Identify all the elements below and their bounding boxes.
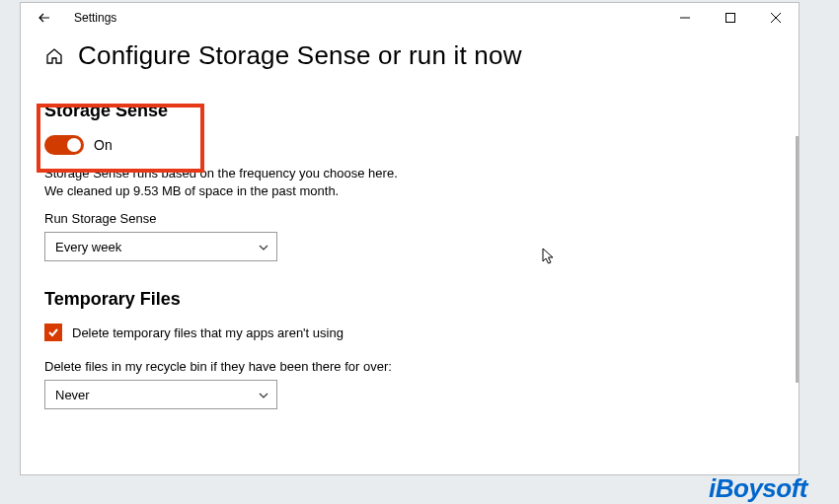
scrollbar[interactable]	[796, 136, 799, 383]
recycle-bin-select[interactable]: Never	[44, 380, 277, 409]
delete-temp-files-row: Delete temporary files that my apps aren…	[44, 324, 773, 341]
delete-temp-files-label: Delete temporary files that my apps aren…	[72, 325, 343, 340]
settings-window: Settings Configure Storage Sense or run …	[20, 2, 800, 475]
titlebar: Settings	[21, 3, 799, 33]
storage-sense-heading: Storage Sense	[44, 101, 773, 121]
chevron-down-icon	[259, 241, 268, 252]
recycle-bin-value: Never	[55, 388, 90, 402]
storage-sense-description: Storage Sense runs based on the frequenc…	[44, 165, 420, 199]
page-header: Configure Storage Sense or run it now	[44, 40, 773, 71]
run-storage-sense-select[interactable]: Every week	[44, 232, 277, 261]
content-area: Configure Storage Sense or run it now St…	[21, 33, 799, 474]
maximize-button[interactable]	[708, 3, 753, 33]
run-storage-sense-label: Run Storage Sense	[44, 211, 773, 226]
svg-rect-0	[726, 14, 735, 23]
storage-sense-toggle-label: On	[94, 137, 113, 153]
app-name: Settings	[74, 11, 116, 25]
back-button[interactable]	[33, 6, 56, 30]
page-title: Configure Storage Sense or run it now	[78, 40, 522, 71]
home-icon[interactable]	[44, 46, 64, 66]
close-button[interactable]	[753, 3, 799, 33]
recycle-bin-label: Delete files in my recycle bin if they h…	[44, 359, 773, 374]
storage-sense-toggle[interactable]	[44, 135, 84, 155]
storage-sense-toggle-row: On	[44, 135, 773, 155]
chevron-down-icon	[259, 389, 268, 400]
watermark-logo: iBoysoft	[709, 473, 807, 504]
temporary-files-heading: Temporary Files	[44, 289, 773, 310]
minimize-button[interactable]	[662, 3, 708, 33]
delete-temp-files-checkbox[interactable]	[44, 324, 62, 341]
run-storage-sense-value: Every week	[55, 240, 121, 254]
